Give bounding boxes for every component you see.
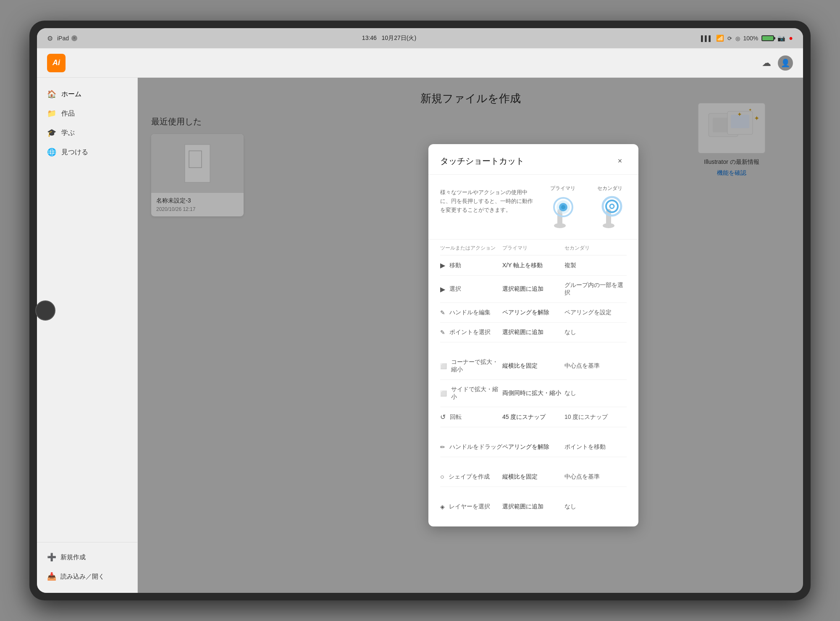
action-cell: ✎ ポイントを選択: [440, 329, 502, 336]
battery-icon: [761, 35, 774, 41]
cloud-icon[interactable]: ☁: [762, 58, 771, 68]
modal-header: タッチショートカット ×: [428, 144, 638, 175]
main-layout: 🏠 ホーム 📁 作品 🎓 学ぶ 🌐 見つける ➕: [37, 78, 803, 593]
import-open-label: 読み込み／開く: [60, 573, 105, 581]
touch-demo-primary: プライマリ: [546, 185, 580, 229]
primary-cell: X/Y 軸上を移動: [502, 262, 564, 269]
secondary-cell: なし: [564, 389, 627, 397]
secondary-cell: グループ内の一部を選択: [564, 282, 627, 297]
sidebar-item-discover[interactable]: 🌐 見つける: [37, 142, 137, 162]
header-action: ツールまたはアクション: [440, 245, 502, 252]
battery-percent: 100%: [743, 35, 759, 42]
touch-illustration: 様々なツールやアクションの使用中に、円を長押しすると、一時的に動作を変更すること…: [428, 175, 638, 239]
status-bar-left: ⚙ iPad ×: [47, 34, 77, 42]
table-row: ▶ 選択 選択範囲に追加 グループ内の一部を選択: [440, 276, 627, 303]
home-button[interactable]: [35, 300, 55, 321]
wifi-icon: 📶: [716, 34, 724, 42]
move-icon: ▶: [440, 261, 445, 269]
modal-close-button[interactable]: ×: [613, 154, 627, 168]
table-row: ✎ ポイントを選択 選択範囲に追加 なし: [440, 323, 627, 342]
status-date: 10月27日(火): [382, 34, 416, 41]
status-bar-right: ▌▌▌ 📶 ⟳ ◎ 100% 📷 ●: [701, 34, 793, 42]
primary-cell: 両側同時に拡大・縮小: [502, 389, 564, 397]
table-divider: [440, 457, 627, 467]
ipad-text: iPad: [57, 35, 69, 42]
touch-description: 様々なツールやアクションの使用中に、円を長押しすると、一時的に動作を変更すること…: [440, 185, 538, 214]
gear-icon: ⚙: [47, 34, 53, 42]
rotation-icon: ⟳: [727, 35, 732, 42]
action-cell: ○ シェイプを作成: [440, 473, 502, 481]
action-cell: ✏ ハンドルをドラッグ: [440, 443, 502, 451]
action-label: シェイプを作成: [449, 473, 490, 481]
avatar[interactable]: 👤: [778, 55, 793, 71]
action-label: ハンドルを編集: [449, 309, 491, 316]
action-cell: ⬜ コーナーで拡大・縮小: [440, 358, 502, 374]
import-open-button[interactable]: 📥 読み込み／開く: [37, 567, 137, 586]
primary-label: プライマリ: [550, 185, 575, 192]
action-cell: ◈ レイヤーを選択: [440, 503, 502, 510]
secondary-cell: ペアリングを設定: [564, 309, 627, 316]
learn-icon: 🎓: [47, 128, 56, 137]
sidebar-item-works[interactable]: 📁 作品: [37, 104, 137, 123]
secondary-cell: 中心点を基準: [564, 362, 627, 370]
table-row: ⬜ サイドで拡大・縮小 両側同時に拡大・縮小 なし: [440, 380, 627, 407]
tab-close-button[interactable]: ×: [71, 35, 77, 41]
action-label: ポイントを選択: [449, 329, 491, 336]
status-time: 13:46: [362, 34, 377, 41]
home-icon: 🏠: [47, 89, 56, 99]
battery-bar: [761, 35, 774, 41]
svg-point-15: [561, 205, 565, 209]
drag-handle-icon: ✏: [440, 444, 445, 450]
folder-icon: 📁: [47, 109, 56, 118]
shortcuts-table: ツールまたはアクション プライマリ セカンダリ ▶ 移動 X/Y 軸上を: [428, 239, 638, 526]
header-icons: ☁ 👤: [762, 55, 793, 71]
sidebar-item-home[interactable]: 🏠 ホーム: [37, 84, 137, 104]
corner-scale-icon: ⬜: [440, 363, 447, 369]
primary-cell: 縦横比を固定: [502, 473, 564, 481]
status-bar: ⚙ iPad × 13:46 10月27日(火) ▌▌▌ 📶 ⟳: [37, 28, 803, 48]
location-icon: ◎: [735, 35, 740, 42]
new-create-label: 新規作成: [60, 553, 86, 561]
table-row: ○ シェイプを作成 縦横比を固定 中心点を基準: [440, 467, 627, 487]
primary-cell: 縦横比を固定: [502, 362, 564, 370]
side-scale-icon: ⬜: [440, 390, 447, 397]
camera-icon: 📷: [777, 34, 785, 42]
secondary-touch-icon: [593, 195, 627, 229]
secondary-label: セカンダリ: [597, 185, 622, 192]
header-secondary: セカンダリ: [564, 245, 627, 252]
app-logo: Ai: [47, 54, 66, 72]
table-divider: [440, 427, 627, 437]
new-create-button[interactable]: ➕ 新規作成: [37, 547, 137, 567]
action-cell: ▶ 選択: [440, 285, 502, 293]
primary-cell: 選択範囲に追加: [502, 329, 564, 336]
sidebar-item-learn[interactable]: 🎓 学ぶ: [37, 123, 137, 142]
primary-cell: ペアリングを解除: [502, 443, 564, 451]
table-divider: [440, 487, 627, 497]
sidebar-item-learn-label: 学ぶ: [61, 129, 75, 137]
primary-touch-icon: [546, 195, 580, 229]
status-time-date: 13:46 10月27日(火): [362, 34, 416, 42]
ipad-screen: ⚙ iPad × 13:46 10月27日(火) ▌▌▌ 📶 ⟳: [37, 28, 803, 593]
primary-cell: 選択範囲に追加: [502, 503, 564, 510]
table-header-row: ツールまたはアクション プライマリ セカンダリ: [440, 239, 627, 255]
table-row: ↺ 回転 45 度にスナップ 10 度にスナップ: [440, 407, 627, 427]
sidebar-bottom: ➕ 新規作成 📥 読み込み／開く: [37, 542, 137, 586]
table-row: ▶ 移動 X/Y 軸上を移動 複製: [440, 255, 627, 276]
action-label: サイドで拡大・縮小: [451, 386, 502, 401]
import-icon: 📥: [47, 572, 56, 581]
secondary-cell: なし: [564, 329, 627, 336]
ipad-tab-label: iPad ×: [57, 35, 77, 42]
action-cell: ↺ 回転: [440, 413, 502, 421]
touch-shortcuts-modal: タッチショートカット × 様々なツールやアクションの使用中に、円を長押しすると、…: [428, 144, 638, 526]
action-label: コーナーで拡大・縮小: [451, 358, 502, 374]
secondary-cell: ポイントを移動: [564, 443, 627, 451]
handle-edit-icon: ✎: [440, 309, 445, 316]
table-row: ✎ ハンドルを編集 ペアリングを解除 ペアリングを設定: [440, 303, 627, 323]
sidebar-item-works-label: 作品: [61, 109, 75, 118]
action-label: 回転: [450, 413, 462, 421]
sidebar: 🏠 ホーム 📁 作品 🎓 学ぶ 🌐 見つける ➕: [37, 78, 138, 593]
action-cell: ▶ 移動: [440, 261, 502, 269]
content-area: 新規ファイルを作成 最近使用した 名称未設定-3 2020/10/26 12:: [138, 78, 803, 593]
record-icon: ●: [789, 34, 793, 42]
secondary-cell: なし: [564, 503, 627, 510]
